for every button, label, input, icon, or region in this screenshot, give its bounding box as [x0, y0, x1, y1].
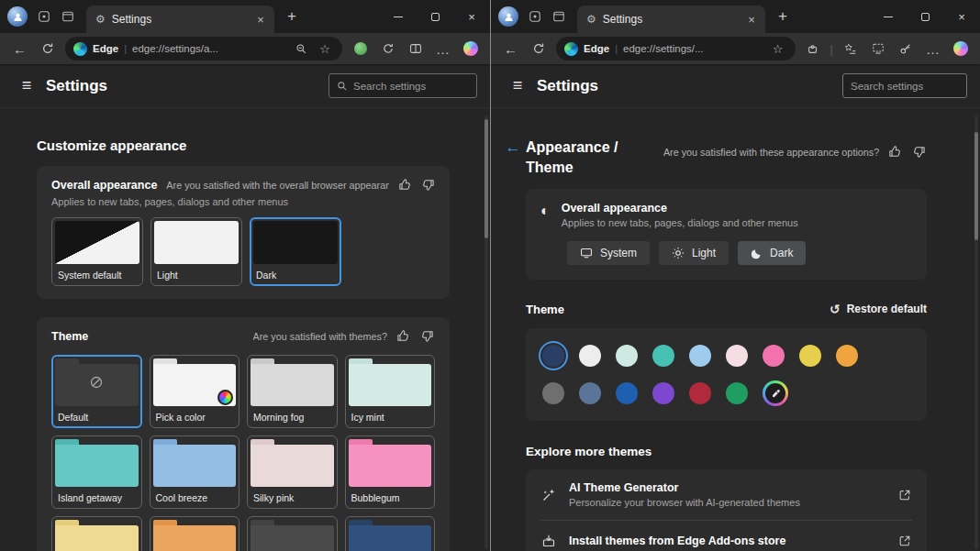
theme-color-swatch[interactable]	[799, 345, 821, 367]
back-button[interactable]: ←	[498, 37, 523, 61]
theme-color-swatch[interactable]	[579, 345, 601, 367]
eyedropper-icon	[771, 389, 781, 399]
theme-tile-island-getaway[interactable]: Island getaway	[51, 435, 142, 509]
workspaces-icon[interactable]	[33, 6, 55, 28]
theme-tile-default[interactable]: Default	[51, 355, 142, 428]
mode-light-button[interactable]: Light	[659, 241, 729, 265]
close-button[interactable]: ×	[943, 0, 980, 33]
theme-color-swatch[interactable]	[726, 345, 748, 367]
settings-search[interactable]	[842, 73, 967, 98]
scrollbar-thumb[interactable]	[484, 119, 488, 238]
theme-tile-morning-fog[interactable]: Morning fog	[247, 355, 338, 428]
theme-tile-bubblegum[interactable]: Bubblegum	[345, 435, 436, 509]
new-tab-button[interactable]: +	[280, 5, 304, 28]
tab-close-icon[interactable]: ×	[743, 11, 760, 28]
more-menu-button[interactable]: …	[430, 37, 455, 61]
edge-window-left: ⚙ Settings × + × ← Edge | edge://setting…	[0, 0, 490, 551]
browser-tab-settings[interactable]: ⚙ Settings ×	[86, 6, 274, 33]
monitor-icon	[580, 247, 593, 259]
theme-tile[interactable]	[345, 516, 436, 551]
thumbs-up-icon[interactable]	[397, 177, 412, 193]
new-tab-button[interactable]: +	[771, 5, 795, 28]
copilot-icon[interactable]	[458, 37, 483, 61]
tab-actions-icon[interactable]	[548, 6, 570, 28]
close-button[interactable]: ×	[453, 0, 490, 33]
back-arrow[interactable]: ←	[504, 138, 522, 157]
browser-tab-settings[interactable]: ⚙ Settings ×	[577, 6, 765, 33]
custom-color-picker[interactable]	[763, 380, 788, 406]
theme-tile-silky-pink[interactable]: Silky pink	[247, 435, 338, 509]
theme-color-swatch-selected[interactable]	[542, 345, 564, 367]
address-bar[interactable]: Edge | edge://settings/a... ☆	[65, 37, 342, 61]
refresh-button[interactable]	[526, 37, 551, 61]
maximize-button[interactable]	[417, 0, 453, 33]
mode-dark-button[interactable]: Dark	[738, 241, 806, 265]
theme-color-swatch[interactable]	[689, 345, 711, 367]
thumbs-up-icon[interactable]	[395, 328, 411, 344]
theme-color-swatch[interactable]	[689, 382, 711, 404]
theme-color-swatch[interactable]	[579, 382, 601, 404]
open-external-icon[interactable]	[897, 534, 912, 548]
ai-theme-generator-row[interactable]: AI Theme Generator Personalize your brow…	[540, 469, 912, 520]
workspaces-icon[interactable]	[524, 6, 546, 28]
theme-tile-pick-a-color[interactable]: Pick a color	[150, 355, 240, 428]
theme-color-swatch[interactable]	[616, 345, 638, 367]
theme-tile[interactable]	[247, 516, 338, 551]
theme-color-swatch[interactable]	[763, 345, 785, 367]
profile-avatar[interactable]	[498, 6, 518, 27]
favorite-star-icon[interactable]: ☆	[316, 39, 334, 58]
mode-system-button[interactable]: System	[567, 241, 650, 265]
theme-label: Default	[55, 406, 139, 424]
extensions-icon[interactable]	[801, 37, 826, 61]
appearance-option-system[interactable]: System default	[51, 217, 143, 286]
thumbs-down-icon[interactable]	[911, 144, 927, 160]
open-external-icon[interactable]	[897, 488, 912, 502]
theme-color-swatch[interactable]	[726, 382, 748, 404]
maximize-button[interactable]	[907, 0, 943, 33]
profile-avatar[interactable]	[7, 6, 28, 27]
minimize-button[interactable]	[870, 0, 907, 33]
appearance-option-dark[interactable]: Dark	[250, 217, 341, 286]
theme-card: Theme Are you satisfied with themes?	[37, 317, 450, 551]
thumbs-down-icon[interactable]	[420, 177, 435, 193]
search-input[interactable]	[353, 81, 469, 92]
toolbar-divider: |	[829, 42, 835, 56]
more-menu-button[interactable]: …	[920, 37, 945, 61]
address-bar[interactable]: Edge | edge://settings/... ☆	[556, 37, 796, 61]
favorites-icon[interactable]	[838, 37, 863, 61]
zoom-out-icon[interactable]	[292, 39, 310, 58]
theme-color-swatch[interactable]	[616, 382, 638, 404]
theme-color-swatch[interactable]	[836, 345, 858, 367]
split-screen-icon[interactable]	[403, 37, 428, 61]
back-button[interactable]: ←	[7, 37, 32, 61]
copilot-icon[interactable]	[948, 37, 973, 61]
theme-color-swatch[interactable]	[652, 345, 674, 367]
swirl-extension-icon[interactable]	[375, 37, 400, 61]
thumbs-up-icon[interactable]	[887, 144, 903, 160]
scrollbar[interactable]	[974, 116, 978, 549]
theme-tile-icy-mint[interactable]: Icy mint	[345, 355, 436, 428]
install-themes-row[interactable]: Install themes from Edge Add-ons store	[540, 520, 912, 551]
refresh-button[interactable]	[35, 37, 60, 61]
settings-search[interactable]	[329, 73, 477, 98]
scrollbar-thumb[interactable]	[974, 132, 978, 240]
menu-button[interactable]: ≡	[15, 74, 39, 98]
extension-icon[interactable]	[348, 37, 373, 61]
theme-tile[interactable]	[51, 516, 142, 551]
theme-tile[interactable]	[150, 516, 240, 551]
scrollbar[interactable]	[484, 116, 488, 549]
favorite-star-icon[interactable]: ☆	[769, 39, 787, 58]
search-input[interactable]	[851, 81, 959, 92]
theme-tile-cool-breeze[interactable]: Cool breeze	[150, 435, 240, 509]
passwords-icon[interactable]	[893, 37, 918, 61]
menu-button[interactable]: ≡	[506, 74, 529, 98]
appearance-option-light[interactable]: Light	[150, 217, 242, 286]
web-capture-icon[interactable]	[865, 37, 890, 61]
theme-color-swatch[interactable]	[652, 382, 674, 404]
tab-actions-icon[interactable]	[57, 6, 79, 28]
tab-close-icon[interactable]: ×	[252, 11, 269, 28]
theme-color-swatch[interactable]	[542, 382, 564, 404]
restore-default-button[interactable]: ↺ Restore default	[830, 302, 927, 316]
thumbs-down-icon[interactable]	[419, 328, 435, 344]
minimize-button[interactable]	[380, 0, 417, 33]
